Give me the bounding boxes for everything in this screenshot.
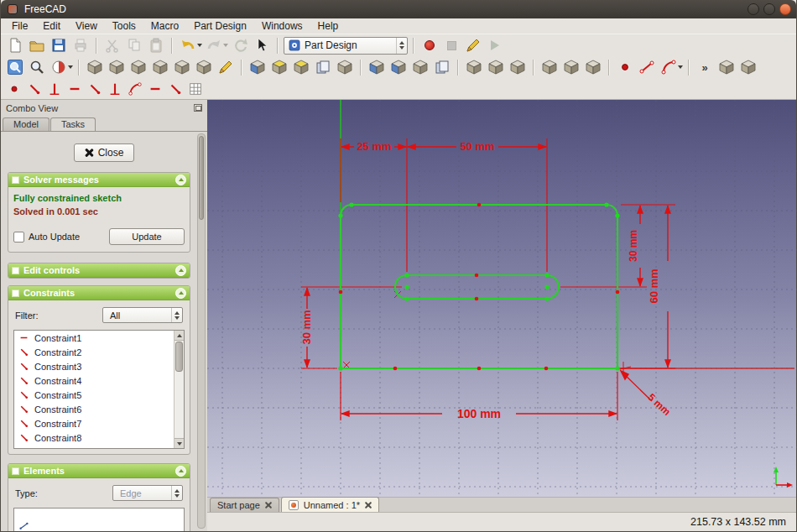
sketch-arc-dropdown-icon[interactable] (678, 65, 683, 69)
redo-icon[interactable] (204, 35, 224, 55)
datum-plane-icon[interactable] (716, 57, 737, 77)
open-icon[interactable] (27, 35, 47, 55)
dimension-label-5mm[interactable]: 5 mm (645, 391, 672, 418)
minimize-button[interactable] (748, 3, 759, 15)
dimension-label-100mm[interactable]: 100 mm (457, 407, 501, 420)
update-button[interactable]: Update (109, 228, 185, 245)
constraint-list-item[interactable]: Constraint4 (14, 373, 184, 388)
elements-header[interactable]: Elements (8, 464, 190, 478)
tab-unnamed-document[interactable]: Unnamed : 1* (281, 497, 379, 512)
collapse-toggle-icon[interactable] (175, 466, 186, 477)
close-task-button[interactable]: Close (74, 143, 135, 162)
tasks-scrollbar[interactable] (197, 133, 206, 529)
sketch-canvas[interactable]: 25 mm 50 mm 30 mm 100 mm 60 mm 30 mm 5 m… (207, 100, 797, 497)
view-bottom-icon[interactable] (194, 57, 214, 77)
chamfer-icon[interactable] (486, 57, 506, 77)
menu-part-design[interactable]: Part Design (186, 19, 254, 33)
menu-tools[interactable]: Tools (105, 19, 143, 33)
constraint-perpendicular-icon[interactable] (106, 80, 124, 98)
constraint-list-item[interactable]: Constraint7 (14, 416, 184, 430)
box-zoom-icon[interactable] (27, 57, 47, 77)
menu-view[interactable]: View (68, 19, 105, 33)
groove-icon[interactable] (410, 57, 430, 77)
tab-tasks[interactable]: Tasks (50, 117, 96, 132)
view-axonometric-icon[interactable] (85, 57, 105, 77)
pad-icon[interactable] (269, 57, 289, 77)
dimension-label-30mm-right[interactable]: 30 mm (628, 230, 639, 262)
new-document-icon[interactable] (5, 35, 25, 55)
constraint-horizontal-icon[interactable] (65, 80, 84, 98)
refresh-icon[interactable] (230, 35, 250, 55)
paste-icon[interactable] (146, 35, 166, 55)
undo-icon[interactable] (178, 35, 198, 55)
solver-messages-header[interactable]: Solver messages (8, 173, 190, 187)
edit-controls-header[interactable]: Edit controls (8, 263, 190, 278)
menu-help[interactable]: Help (310, 19, 346, 33)
fit-all-icon[interactable] (5, 57, 25, 77)
create-body-icon[interactable] (247, 57, 268, 77)
dimension-label-50mm[interactable]: 50 mm (460, 140, 494, 153)
mirrored-icon[interactable] (539, 57, 560, 77)
undo-dropdown-icon[interactable] (197, 44, 202, 47)
datum-line-icon[interactable] (738, 57, 758, 77)
element-list-item[interactable] (14, 519, 184, 531)
constraints-header[interactable]: Constraints (8, 286, 190, 300)
menu-edit[interactable]: Edit (35, 19, 68, 33)
constraints-scrollbar[interactable] (174, 331, 184, 448)
scrollbar-thumb[interactable] (175, 342, 183, 372)
dimension-label-30mm-left[interactable]: 30 mm (300, 310, 313, 344)
macro-execute-icon[interactable] (485, 35, 505, 55)
more-tools-icon[interactable]: » (695, 57, 715, 77)
menu-macro[interactable]: Macro (143, 19, 186, 33)
close-window-button[interactable] (779, 3, 791, 15)
draw-style-icon[interactable] (49, 57, 69, 77)
sketch-arc-icon[interactable] (659, 57, 679, 77)
cut-icon[interactable] (102, 35, 122, 55)
constraint-filter-select[interactable]: All (102, 307, 183, 323)
constraint-point-on-object-icon[interactable] (25, 80, 44, 98)
pocket-icon[interactable] (367, 57, 387, 77)
collapse-toggle-icon[interactable] (175, 175, 186, 185)
view-rear-icon[interactable] (172, 57, 192, 77)
create-sketch-icon[interactable] (216, 57, 236, 77)
constraint-equal-icon[interactable] (146, 80, 164, 98)
menu-windows[interactable]: Windows (254, 19, 310, 33)
close-tab-icon[interactable] (265, 502, 272, 509)
sketch-point-icon[interactable] (615, 57, 635, 77)
constraint-list-item[interactable]: Constraint6 (14, 402, 184, 416)
constraint-list-item[interactable]: Constraint2 (14, 345, 184, 359)
scroll-down-icon[interactable] (175, 438, 184, 448)
collapse-toggle-icon[interactable] (175, 288, 186, 299)
polar-pattern-icon[interactable] (583, 57, 603, 77)
macro-record-icon[interactable] (419, 35, 440, 55)
constraint-list-item[interactable]: Constraint1 (14, 331, 184, 345)
close-tab-icon[interactable] (365, 502, 372, 509)
scroll-up-icon[interactable] (175, 331, 184, 341)
constraint-list-item[interactable]: Constraint3 (14, 359, 184, 373)
draw-style-dropdown-icon[interactable] (68, 65, 73, 69)
constraint-vertical-icon[interactable] (45, 80, 64, 98)
workbench-selector-arrows[interactable] (396, 38, 407, 54)
constraint-list-item[interactable]: Constraint8 (14, 430, 184, 445)
constraint-symmetric-icon[interactable] (166, 80, 185, 98)
redo-dropdown-icon[interactable] (223, 44, 228, 47)
constraint-tangent-icon[interactable] (126, 80, 144, 98)
title-bar[interactable]: FreeCAD (1, 0, 796, 18)
fillet-icon[interactable] (464, 57, 484, 77)
dimension-label-60mm[interactable]: 60 mm (648, 269, 660, 303)
collapse-toggle-icon[interactable] (175, 265, 186, 276)
dimension-label-25mm[interactable]: 25 mm (357, 140, 391, 153)
macro-stop-icon[interactable] (441, 35, 461, 55)
save-icon[interactable] (49, 35, 69, 55)
auto-update-checkbox[interactable] (13, 232, 24, 243)
subtractive-loft-icon[interactable] (432, 57, 452, 77)
3d-viewport[interactable]: 25 mm 50 mm 30 mm 100 mm 60 mm 30 mm 5 m… (207, 100, 796, 497)
menu-file[interactable]: File (4, 19, 35, 33)
scrollbar-thumb[interactable] (199, 136, 204, 220)
view-top-icon[interactable] (128, 57, 148, 77)
macro-edit-icon[interactable] (463, 35, 483, 55)
tab-model[interactable]: Model (3, 117, 49, 131)
copy-icon[interactable] (124, 35, 144, 55)
sketch-line-icon[interactable] (637, 57, 657, 77)
hole-icon[interactable] (388, 57, 409, 77)
